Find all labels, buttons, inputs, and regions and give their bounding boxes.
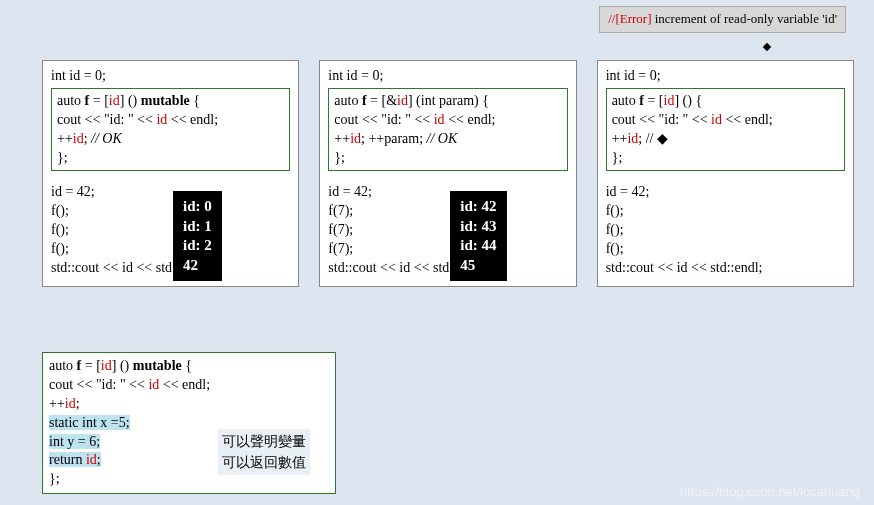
p2-after3: f(7); bbox=[328, 221, 567, 240]
p2-after4: f(7); bbox=[328, 240, 567, 259]
p2-after2: f(7); bbox=[328, 202, 567, 221]
p3-after4: f(); bbox=[606, 240, 845, 259]
p1-after2: f(); bbox=[51, 202, 290, 221]
p1-line1: int id = 0; bbox=[51, 67, 290, 86]
panel-3: int id = 0; auto f = [id] () { cout << "… bbox=[597, 60, 854, 287]
p1-lambda-box: auto f = [id] () mutable { cout << "id: … bbox=[51, 88, 290, 172]
p3-after1: id = 42; bbox=[606, 183, 845, 202]
p3-after2: f(); bbox=[606, 202, 845, 221]
p2-after5: std::cout << id << std::endl; bbox=[328, 259, 567, 278]
error-note: //[Error] increment of read-only variabl… bbox=[599, 6, 846, 33]
p1-after1: id = 42; bbox=[51, 183, 290, 202]
p3-lambda-box: auto f = [id] () { cout << "id: " << id … bbox=[606, 88, 845, 172]
watermark: https://blog.csdn.net/locahuang bbox=[680, 484, 860, 499]
p4-static-line: static int x =5; bbox=[49, 415, 130, 430]
panel-1: int id = 0; auto f = [id] () mutable { c… bbox=[42, 60, 299, 287]
panel-2: int id = 0; auto f = [&id] (int param) {… bbox=[319, 60, 576, 287]
p2-output: id: 42 id: 43 id: 44 45 bbox=[450, 191, 506, 281]
p1-after3: f(); bbox=[51, 221, 290, 240]
panel-row: int id = 0; auto f = [id] () mutable { c… bbox=[0, 0, 874, 287]
p4-inty-line: int y = 6; bbox=[49, 434, 100, 449]
p2-line1: int id = 0; bbox=[328, 67, 567, 86]
p4-note: 可以聲明變量 可以返回數值 bbox=[218, 429, 310, 475]
p2-after1: id = 42; bbox=[328, 183, 567, 202]
p3-after3: f(); bbox=[606, 221, 845, 240]
panel-4: auto f = [id] () mutable { cout << "id: … bbox=[42, 352, 336, 494]
p3-line1: int id = 0; bbox=[606, 67, 845, 86]
p1-output: id: 0 id: 1 id: 2 42 bbox=[173, 191, 222, 281]
p1-after4: f(); bbox=[51, 240, 290, 259]
p1-after5: std::cout << id << std::endl; bbox=[51, 259, 290, 278]
error-text: increment of read-only variable 'id' bbox=[651, 11, 837, 26]
p2-lambda-box: auto f = [&id] (int param) { cout << "id… bbox=[328, 88, 567, 172]
error-prefix: //[Error] bbox=[608, 11, 651, 26]
p3-after5: std::cout << id << std::endl; bbox=[606, 259, 845, 278]
